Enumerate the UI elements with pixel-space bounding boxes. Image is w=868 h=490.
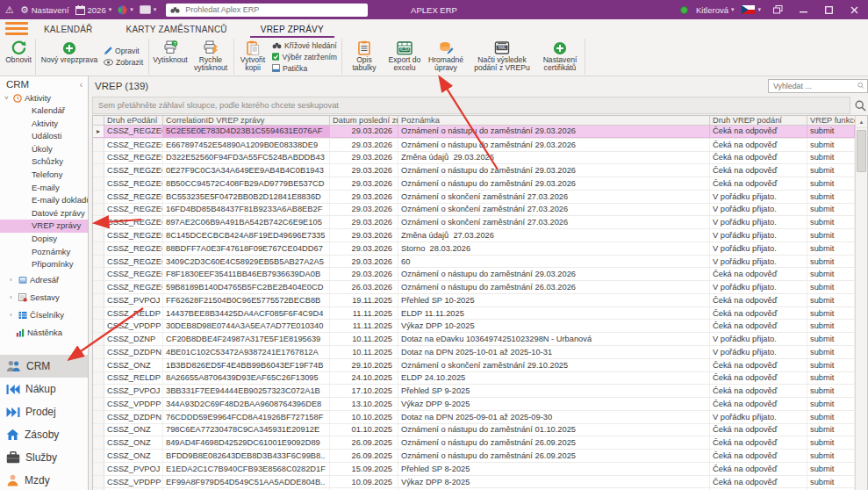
table-row[interactable]: CSSZ_REGZEC8B50CC94572C408FB29AD9779BE53… [93, 177, 855, 191]
table-row[interactable]: CSSZ_PVPOJE1EDA2C1C7B940CFB93E8568C0282D… [93, 463, 855, 476]
header-correlationid[interactable]: CorrelationID VREP zprávy [163, 116, 330, 125]
sidebar-item-datove-zpravy[interactable]: Datové zprávy [0, 207, 88, 220]
sidebar-collapse-button[interactable]: ‹ [80, 80, 82, 90]
sidebar-item-schuzky[interactable]: Schůzky [0, 155, 88, 169]
table-row[interactable]: CSSZ_DZNPCF20B8DBE4F24987A317E5F1E819563… [93, 333, 855, 346]
bulk-edit-button[interactable]: Hromadné úpravy [425, 39, 467, 75]
grid-find-button[interactable] [853, 100, 868, 112]
hamburger-menu-icon[interactable] [5, 22, 28, 35]
sidebar-item-vrep-zpravy[interactable]: VREP zprávy [0, 220, 88, 233]
sidebar-item-udalosti[interactable]: Události [0, 130, 88, 143]
table-row[interactable]: CSSZ_REGZECD322E52560F94FD3A55FC524BABDD… [93, 152, 855, 165]
table-row[interactable]: CSSZ_VPDPP344A93D2C69F48D2BAA9608764396D… [93, 398, 855, 411]
table-row[interactable]: CSSZ_REGZEC59B8189B140D4765B5FC2BE2B404E… [93, 281, 855, 294]
cert-settings-button[interactable]: Nastavení certifikátů [537, 39, 583, 75]
sidebar-group-sestavy[interactable]: ›Sestavy [0, 289, 88, 306]
quick-print-button[interactable]: Rychle vytisknout [190, 39, 232, 75]
sidebar-item-kalendar[interactable]: Kalendář [0, 104, 88, 118]
table-row[interactable]: CSSZ_ONZBFDD9B8E082643DEB8D3B433F6C99B8.… [93, 450, 855, 463]
layout-menu[interactable]: ▾ [140, 5, 157, 14]
table-row[interactable]: CSSZ_DZDPN4BE01C102C53472A9387241E176781… [93, 346, 855, 359]
excel-export-button[interactable]: XLSX Export do excelu [384, 39, 425, 75]
table-row[interactable]: CSSZ_REGZEC16FD4BD85B48437F81B9233A6AB8E… [93, 204, 855, 217]
table-row[interactable]: CSSZ_PVPOJFF62628F21504B0C96E5775572BECB… [93, 294, 855, 307]
year-selector[interactable]: 2026 ▾ [75, 5, 112, 15]
refresh-button[interactable]: Obnovit [4, 39, 33, 75]
edit-button[interactable]: Opravit [104, 46, 144, 56]
table-row[interactable]: CSSZ_VPDPPEF99A8F979D54D549C51AA5ADDE804… [93, 476, 855, 489]
sidebar-item-e-maily[interactable]: E-maily [0, 182, 88, 195]
scrollbar-thumb[interactable] [857, 130, 866, 172]
create-copy-button[interactable]: Vytvořit kopii [236, 39, 269, 75]
sidebar-item-dopisy[interactable]: Dopisy [0, 233, 88, 246]
table-row[interactable]: CSSZ_REGZEC88BDFF7A0E3F47618F09E767CE04D… [93, 242, 855, 256]
table-row[interactable]: CSSZ_REGZECF8F1830EEF35411BB46EB7936639D… [93, 268, 855, 281]
sidebar-group-aktivity[interactable]: ˅ Aktivity [0, 91, 88, 104]
sidebar-item-aktivity[interactable]: Aktivity [0, 118, 88, 131]
scroll-up-icon[interactable]: ▲ [856, 116, 867, 128]
table-row[interactable]: CSSZ_REGZEC0E27F9C0C3A34A649EE9AB4B4C0B1… [93, 164, 855, 177]
minimize-button[interactable] [794, 3, 812, 17]
module-crm[interactable]: CRM [0, 355, 88, 378]
dock-window-button[interactable] [769, 3, 786, 17]
table-row[interactable]: ▸CSSZ_REGZEC5C2E5E0E783D4D23B1C5594631E0… [93, 126, 855, 139]
global-search-input[interactable] [183, 4, 363, 15]
print-button[interactable]: ? Vytisknout [151, 39, 190, 75]
module-mzdy[interactable]: Mzdy [0, 469, 88, 490]
table-row[interactable]: CSSZ_REGZEC8C145DCECBCB424A8F19ED49696E7… [93, 229, 855, 242]
table-row[interactable]: CSSZ_REGZECBC553235E5F0472BB0B2D12841E88… [93, 191, 855, 204]
sidebar-item-telefony[interactable]: Telefony [0, 169, 88, 182]
view-button[interactable]: Zobrazit [104, 57, 144, 68]
settings-menu[interactable]: ⚙ Nastavení [20, 5, 69, 15]
grid-search-box[interactable] [768, 79, 868, 93]
load-vrep-button[interactable]: XML Načti výsledek podání z VREPu [467, 39, 537, 75]
module-prodej[interactable]: Prodej [0, 400, 88, 423]
module-nakup[interactable]: Nákup [0, 378, 88, 400]
grid-search-input[interactable] [771, 81, 857, 91]
status-sphere-menu[interactable]: ▾ [118, 5, 133, 15]
header-datum[interactable]: Datum poslední změny▼ [330, 116, 398, 125]
sidebar-item-ukoly[interactable]: Úkoly [0, 143, 88, 156]
maximize-button[interactable] [820, 3, 837, 17]
warning-triangle-icon[interactable]: ⚠ [5, 5, 14, 15]
table-row[interactable]: CSSZ_ONZ1B3BD826ED5F4E4BB99B6043EF19F74B… [93, 359, 855, 372]
close-button[interactable] [845, 3, 863, 17]
tab-karty-zamestnancu[interactable]: KARTY ZAMĚSTNANCŮ [116, 22, 238, 38]
vertical-scrollbar[interactable]: ▲ [855, 116, 867, 490]
module-sluzby[interactable]: Služby [0, 446, 88, 469]
table-row[interactable]: CSSZ_ONZ798C6EA77230478C9CA345931E20912E… [93, 424, 855, 437]
groupby-dropzone[interactable]: Sem přetáhněte záhlaví sloupce, podle kt… [92, 97, 850, 114]
footer-button[interactable]: Patička [272, 63, 337, 74]
table-row[interactable]: CSSZ_REGZECE667897452E54890A1209B0E08338… [93, 139, 855, 152]
language-menu[interactable]: ▾ [742, 5, 761, 14]
table-row[interactable]: CSSZ_ONZ849AD4F4698D42529DC61001E9092D89… [93, 436, 855, 450]
cross-search-button[interactable]: Křížové hledání [272, 40, 337, 51]
global-search-box[interactable] [166, 4, 368, 17]
sidebar-group-ciselniky[interactable]: ›Číselníky [0, 306, 88, 324]
check-select-button[interactable]: Výběr zatržením [272, 52, 337, 62]
table-row[interactable]: CSSZ_PVPOJ3BB331F7EE94444EB90257323C072A… [93, 385, 855, 398]
sidebar-item-nastenka[interactable]: Nástěnka [0, 324, 88, 342]
header-vrep-funkce[interactable]: VREP funkce [807, 116, 855, 125]
table-row[interactable]: CSSZ_REGZEC3409C2D3C60E4C58929EB5B5AB27A… [93, 256, 855, 269]
header-poznamka[interactable]: Poznámka [398, 116, 710, 125]
chevron-down-icon: ▾ [731, 6, 735, 13]
sidebar-group-adresar[interactable]: ›Adresář [0, 271, 88, 289]
sidebar-item-pripominky[interactable]: Připomínky [0, 258, 88, 271]
sidebar-item-e-maily-dokladu[interactable]: E-maily dokladů [0, 194, 88, 207]
header-druh-vrep-podani[interactable]: Druh VREP podání [710, 116, 807, 125]
tab-vrep-zpravy[interactable]: VREP ZPRÁVY [250, 22, 334, 38]
module-zasoby[interactable]: Zásoby [0, 423, 88, 446]
user-menu[interactable]: Kitlerová ▾ [696, 5, 734, 15]
tab-kalendar[interactable]: KALENDÁŘ [33, 22, 104, 38]
table-row[interactable]: CSSZ_DZDPN76CDDD59E9964FCD8A41926BF72715… [93, 411, 855, 424]
table-row[interactable]: CSSZ_RELDP14437BEE8B34425DA4ACF085F6F4C9… [93, 307, 855, 321]
table-row[interactable]: CSSZ_RELDP8A26655A8706439D93EAF65C26F130… [93, 372, 855, 386]
table-row[interactable]: CSSZ_REGZEC897AE2C06B9A491BA542B742C6E9E… [93, 216, 855, 229]
sidebar-item-poznamky[interactable]: Poznámky [0, 246, 88, 259]
header-druh-epodani[interactable]: Druh ePodání [104, 116, 163, 125]
new-record-button[interactable]: Nový vrepzprava [38, 39, 101, 75]
table-row[interactable]: CSSZ_VPDPP30DEB8D98E0744A3A5EA7AD77E0103… [93, 320, 855, 333]
table-copy-button[interactable]: Opis tabulky [344, 39, 384, 75]
correlationid-cell: 14437BEE8B34425DA4ACF085F6F4C9D4 [163, 307, 330, 320]
